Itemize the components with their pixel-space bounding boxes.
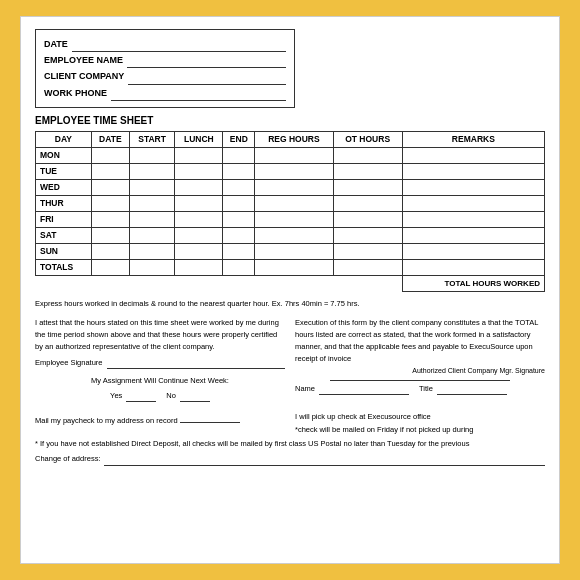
date-fri (91, 211, 129, 227)
mail-label: Mail my paycheck to my address on record (35, 416, 178, 425)
remarks-fri (402, 211, 544, 227)
footer-section: Mail my paycheck to my address on record… (35, 411, 545, 466)
end-wed (223, 179, 255, 195)
reg-thur (255, 195, 333, 211)
ot-mon (333, 147, 402, 163)
yes-label: Yes (110, 390, 122, 402)
start-fri (129, 211, 174, 227)
end-fri (223, 211, 255, 227)
date-field (72, 40, 286, 52)
employee-name-line: EMPLOYEE NAME (44, 52, 286, 68)
reg-fri (255, 211, 333, 227)
ot-wed (333, 179, 402, 195)
remarks-mon (402, 147, 544, 163)
end-totals (223, 259, 255, 275)
change-label: Change of address: (35, 453, 100, 466)
name-title-row: Name Title (295, 383, 545, 395)
day-mon: MON (36, 147, 92, 163)
start-tue (129, 163, 174, 179)
title-underline (437, 383, 507, 395)
date-wed (91, 179, 129, 195)
total-hours-label (402, 259, 544, 275)
lunch-fri (175, 211, 223, 227)
mail-field (180, 411, 240, 423)
lunch-sun (175, 243, 223, 259)
totals-row: TOTALS (36, 259, 545, 275)
no-option: No (166, 390, 210, 402)
lunch-thur (175, 195, 223, 211)
date-sun (91, 243, 129, 259)
day-totals: TOTALS (36, 259, 92, 275)
date-tue (91, 163, 129, 179)
no-label: No (166, 390, 176, 402)
table-row: WED (36, 179, 545, 195)
date-mon (91, 147, 129, 163)
authorized-sig-label: Authorized Client Company Mgr. Signature (295, 365, 545, 376)
ot-tue (333, 163, 402, 179)
check-note: *check will be mailed on Friday if not p… (295, 424, 545, 437)
table-row: MON (36, 147, 545, 163)
start-thur (129, 195, 174, 211)
start-totals (129, 259, 174, 275)
footer-row: Mail my paycheck to my address on record… (35, 411, 545, 437)
section-title: EMPLOYEE TIME SHEET (35, 115, 545, 126)
start-mon (129, 147, 174, 163)
ot-fri (333, 211, 402, 227)
total-hours-row: TOTAL HOURS WORKED (36, 275, 545, 291)
yes-field (126, 390, 156, 402)
assignment-box: My Assignment Will Continue Next Week: Y… (35, 375, 285, 402)
day-sat: SAT (36, 227, 92, 243)
table-row: SAT (36, 227, 545, 243)
lunch-tue (175, 163, 223, 179)
col-start: START (129, 131, 174, 147)
no-field (180, 390, 210, 402)
remarks-wed (402, 179, 544, 195)
date-line: DATE (44, 36, 286, 52)
ot-sat (333, 227, 402, 243)
ot-thur (333, 195, 402, 211)
attestation-left: I attest that the hours stated on this t… (35, 317, 285, 402)
reg-sat (255, 227, 333, 243)
page: DATE EMPLOYEE NAME CLIENT COMPANY WORK P… (20, 16, 560, 564)
employee-name-field (127, 56, 286, 68)
yes-no-row: Yes No (35, 390, 285, 402)
client-company-label: CLIENT COMPANY (44, 68, 124, 84)
remarks-sun (402, 243, 544, 259)
employee-sig-field (107, 357, 285, 369)
timesheet-table: DAY DATE START LUNCH END REG HOURS OT HO… (35, 131, 545, 292)
col-lunch: LUNCH (175, 131, 223, 147)
start-sat (129, 227, 174, 243)
attestation-left-text: I attest that the hours stated on this t… (35, 317, 285, 353)
end-sat (223, 227, 255, 243)
employee-sig-label: Employee Signature (35, 357, 103, 369)
attestation-right: Execution of this form by the client com… (295, 317, 545, 402)
end-tue (223, 163, 255, 179)
footer-left: Mail my paycheck to my address on record (35, 411, 285, 437)
client-company-line: CLIENT COMPANY (44, 68, 286, 84)
day-thur: THUR (36, 195, 92, 211)
title-label: Title (419, 383, 433, 395)
col-reg-hours: REG HOURS (255, 131, 333, 147)
col-end: END (223, 131, 255, 147)
lunch-wed (175, 179, 223, 195)
col-day: DAY (36, 131, 92, 147)
day-sun: SUN (36, 243, 92, 259)
reg-wed (255, 179, 333, 195)
remarks-tue (402, 163, 544, 179)
end-thur (223, 195, 255, 211)
attestation-right-text: Execution of this form by the client com… (295, 317, 545, 365)
reg-mon (255, 147, 333, 163)
direct-deposit-note: * If you have not established Direct Dep… (35, 438, 545, 451)
table-row: THUR (36, 195, 545, 211)
name-field: Name (295, 383, 409, 395)
remarks-thur (402, 195, 544, 211)
attestation-section: I attest that the hours stated on this t… (35, 317, 545, 402)
header-box: DATE EMPLOYEE NAME CLIENT COMPANY WORK P… (35, 29, 295, 108)
ot-totals (333, 259, 402, 275)
col-remarks: REMARKS (402, 131, 544, 147)
date-totals (91, 259, 129, 275)
table-row: TUE (36, 163, 545, 179)
day-wed: WED (36, 179, 92, 195)
lunch-mon (175, 147, 223, 163)
ot-sun (333, 243, 402, 259)
